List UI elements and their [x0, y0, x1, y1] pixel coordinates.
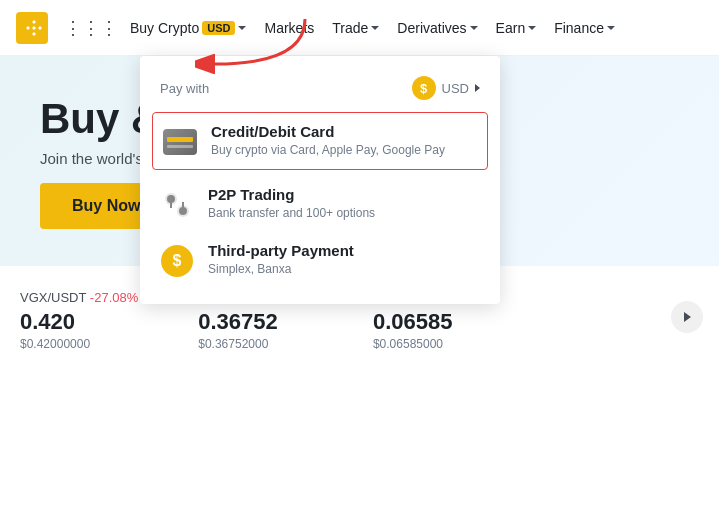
- third-party-title: Third-party Payment: [208, 242, 354, 259]
- ticker-item-vgx: VGX/USDT -27.08% 0.420 $0.42000000: [20, 290, 138, 351]
- ticker-price-1: 0.36752: [198, 309, 313, 335]
- scroll-right-chevron-icon: [684, 312, 691, 322]
- ticker-price-2: 0.06585: [373, 309, 483, 335]
- nav-items: Buy Crypto USD Markets Trade Derivatives…: [122, 14, 623, 42]
- buy-crypto-dropdown: Pay with $ USD Credit/Debit Card Buy cry…: [140, 56, 500, 304]
- binance-logo: [16, 12, 48, 44]
- logo-area: [16, 12, 48, 44]
- nav-derivatives[interactable]: Derivatives: [389, 14, 485, 42]
- navbar: ⋮⋮⋮ Buy Crypto USD Markets Trade Derivat…: [0, 0, 719, 56]
- p2p-trading-option[interactable]: P2P Trading Bank transfer and 100+ optio…: [140, 176, 500, 232]
- third-party-icon: $: [160, 244, 194, 278]
- derivatives-chevron: [470, 26, 478, 30]
- earn-chevron: [528, 26, 536, 30]
- grid-icon[interactable]: ⋮⋮⋮: [64, 17, 118, 39]
- nav-buy-crypto[interactable]: Buy Crypto USD: [122, 14, 254, 42]
- currency-selector[interactable]: $ USD: [412, 76, 480, 100]
- credit-card-text: Credit/Debit Card Buy crypto via Card, A…: [211, 123, 445, 157]
- p2p-subtitle: Bank transfer and 100+ options: [208, 206, 375, 220]
- p2p-icon: [160, 188, 194, 222]
- dropdown-header: Pay with $ USD: [140, 68, 500, 112]
- svg-point-4: [167, 195, 175, 203]
- third-party-subtitle: Simplex, Banxa: [208, 262, 354, 276]
- nav-trade[interactable]: Trade: [324, 14, 387, 42]
- credit-card-title: Credit/Debit Card: [211, 123, 445, 140]
- ticker-price-sub-0: $0.42000000: [20, 337, 138, 351]
- scroll-right-button[interactable]: [671, 301, 703, 333]
- pay-with-label: Pay with: [160, 81, 209, 96]
- svg-rect-6: [170, 202, 172, 208]
- svg-rect-7: [182, 202, 184, 208]
- third-party-text: Third-party Payment Simplex, Banxa: [208, 242, 354, 276]
- usd-badge: USD: [202, 21, 235, 35]
- trade-chevron: [371, 26, 379, 30]
- nav-earn[interactable]: Earn: [488, 14, 545, 42]
- dollar-circle-icon: $: [412, 76, 436, 100]
- nav-markets[interactable]: Markets: [256, 14, 322, 42]
- svg-point-5: [179, 207, 187, 215]
- third-party-dollar-icon: $: [161, 245, 193, 277]
- currency-chevron-icon: [475, 84, 480, 92]
- credit-card-option[interactable]: Credit/Debit Card Buy crypto via Card, A…: [152, 112, 488, 170]
- ticker-price-0: 0.420: [20, 309, 138, 335]
- third-party-option[interactable]: $ Third-party Payment Simplex, Banxa: [140, 232, 500, 288]
- credit-card-subtitle: Buy crypto via Card, Apple Pay, Google P…: [211, 143, 445, 157]
- buy-crypto-chevron: [238, 26, 246, 30]
- ticker-change-0: -27.08%: [90, 290, 138, 305]
- credit-card-icon: [163, 125, 197, 159]
- ticker-price-sub-2: $0.06585000: [373, 337, 483, 351]
- ticker-pair-0: VGX/USDT -27.08%: [20, 290, 138, 305]
- currency-label: USD: [442, 81, 469, 96]
- nav-finance[interactable]: Finance: [546, 14, 623, 42]
- p2p-title: P2P Trading: [208, 186, 375, 203]
- p2p-text: P2P Trading Bank transfer and 100+ optio…: [208, 186, 375, 220]
- ticker-price-sub-1: $0.36752000: [198, 337, 313, 351]
- finance-chevron: [607, 26, 615, 30]
